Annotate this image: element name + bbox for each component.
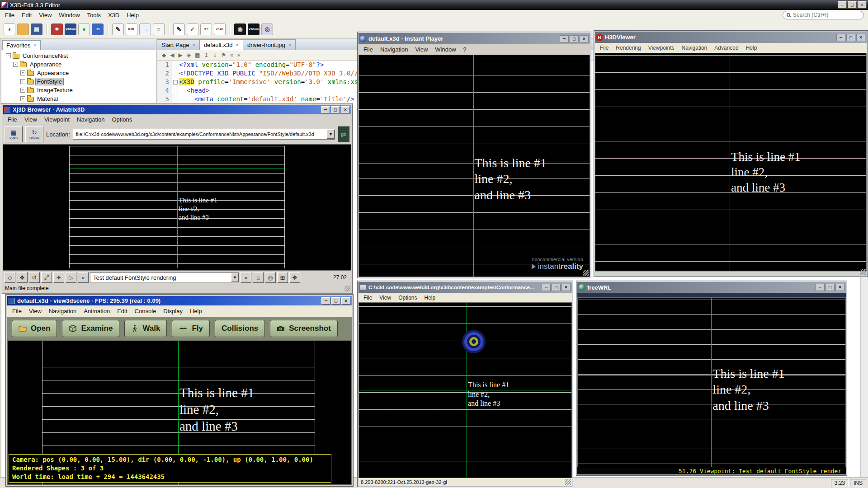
minimize-button[interactable]: – (321, 297, 330, 305)
validate-edit-icon[interactable]: ✎ (173, 23, 185, 35)
menu-item-display[interactable]: Display (160, 306, 186, 316)
restore-button[interactable]: □ (848, 1, 857, 9)
search-input[interactable]: Search (Ctrl+I) (783, 11, 864, 19)
menu-item-options[interactable]: Options (395, 293, 420, 302)
menu-item-navigation[interactable]: Navigation (377, 45, 411, 54)
fold-icon[interactable]: − (173, 80, 178, 84)
tree-item-fontstyle[interactable]: +FontStyle (1, 77, 156, 86)
x3dedit-titlebar[interactable]: X3D-Edit 3.3 Editor – □ × (0, 0, 868, 10)
next-occurrence-icon[interactable]: ↧ (212, 52, 217, 58)
minimize-panel-icon[interactable]: – (147, 42, 155, 47)
maximize-button[interactable]: □ (826, 284, 835, 291)
menu-item-view[interactable]: View (25, 306, 45, 316)
back-icon[interactable]: ◀ (170, 52, 174, 58)
menu-item-help[interactable]: Help (421, 293, 439, 302)
menu-item-navigation[interactable]: Navigation (678, 43, 711, 52)
launch-sphere-viewer-icon[interactable]: ● (78, 23, 90, 35)
previous-occurrence-icon[interactable]: ↥ (204, 52, 208, 58)
glconsole-titlebar[interactable]: C:\x3d-code\www.web3d.org\x3d\content\ex… (359, 282, 572, 293)
zoom-mode-button[interactable]: ⤢ (41, 272, 52, 283)
last-edit-position-icon[interactable]: ◆ (162, 52, 166, 58)
menu-item-edit[interactable]: Edit (113, 306, 131, 316)
expander-icon[interactable]: + (20, 96, 25, 101)
c14n-icon[interactable]: c14n (214, 23, 226, 35)
close-button[interactable]: × (858, 1, 867, 9)
viewpoint-dropdown-icon[interactable]: ▼ (231, 273, 239, 282)
editor-tab-start-page[interactable]: Start Page× (157, 39, 200, 50)
close-button[interactable]: × (341, 106, 350, 113)
editor-tab-driver-front-jpg[interactable]: driver-front.jpg× (243, 39, 296, 50)
menu-item-view[interactable]: View (411, 45, 431, 54)
resize-grip[interactable] (860, 269, 866, 275)
open-button[interactable]: Open (12, 320, 57, 337)
maximize-button[interactable]: □ (846, 34, 855, 41)
menu-item-navigation[interactable]: Navigation (73, 115, 108, 124)
shift-right-icon[interactable]: » (237, 52, 241, 58)
menu-item-file[interactable]: File (360, 45, 377, 54)
menu-item-help[interactable]: Help (186, 306, 206, 316)
minimize-button[interactable]: – (542, 284, 551, 291)
launch-browser-icon[interactable]: → (139, 23, 151, 35)
menu-item-view[interactable]: View (376, 293, 395, 302)
quality-assurance-icon[interactable]: ◎ (261, 23, 273, 35)
editor-tab-default-x3d[interactable]: default.x3d× (200, 39, 243, 50)
go-button[interactable]: go (338, 126, 349, 142)
xj3d-3d-viewport[interactable]: This is line #1 line #2, and line #3 (3, 144, 351, 271)
maximize-button[interactable]: □ (331, 297, 340, 305)
menu-item-file[interactable]: File (360, 293, 376, 302)
menu-item-view[interactable]: View (21, 115, 41, 124)
find-selection-icon[interactable]: ◈ (187, 52, 191, 58)
menu-item-window[interactable]: Window (431, 45, 459, 54)
validate-check-icon[interactable]: ✓ (187, 23, 198, 35)
menu-item-navigation[interactable]: Navigation (45, 306, 80, 316)
tree-item-conformancenist[interactable]: -ConformanceNist (1, 52, 156, 60)
fit-world-button[interactable]: ⊞ (277, 272, 288, 283)
play-button[interactable]: ▷ (66, 272, 76, 283)
edit-xml-icon[interactable]: ✎ (112, 23, 124, 35)
pan-tilt-button[interactable]: ✥ (289, 272, 300, 283)
viewpoint-combobox[interactable]: Test default FontStyle rendering ▼ (90, 272, 239, 282)
favorites-tab[interactable]: Favorites × (2, 40, 41, 50)
expander-icon[interactable]: + (20, 88, 25, 93)
close-button[interactable]: × (561, 284, 571, 291)
resize-grip[interactable] (565, 479, 571, 485)
reload-button[interactable]: ↻reload (25, 126, 43, 142)
x3dom-dark-icon[interactable]: x3dom (248, 23, 259, 35)
fly-mode-button[interactable]: ✈ (53, 272, 64, 283)
capture-scene-icon[interactable]: ◉ (234, 23, 246, 35)
pretty-print-icon[interactable]: ≡ (153, 23, 165, 35)
toggle-bookmark-icon[interactable]: ⚑ (221, 52, 226, 58)
menu-item-window[interactable]: Window (55, 10, 83, 20)
fly-button[interactable]: Fly (172, 320, 210, 337)
maximize-button[interactable]: □ (552, 284, 561, 291)
menu-item-viewpoints[interactable]: Viewpoints (645, 43, 678, 52)
menu-item-advanced[interactable]: Advanced (711, 43, 742, 52)
favorites-tab-close-icon[interactable]: × (33, 43, 36, 48)
menu-item-file[interactable]: File (4, 115, 21, 124)
menu-item-view[interactable]: View (35, 10, 55, 20)
examine-button[interactable]: Examine (62, 320, 119, 337)
new-file-icon[interactable]: + (4, 23, 15, 35)
menu-item-help[interactable]: Help (123, 10, 142, 20)
minimize-button[interactable]: – (560, 35, 569, 42)
freewrl-titlebar[interactable]: freeWRL – □ × (577, 282, 846, 293)
glconsole-3d-viewport[interactable]: This is line #1 line #2, and line #3 (359, 302, 572, 478)
menu-item-rendering[interactable]: Rendering (612, 43, 644, 52)
minimize-button[interactable]: – (321, 106, 330, 113)
tab-close-icon[interactable]: × (236, 42, 238, 47)
look-at-button[interactable]: ◎ (265, 272, 276, 283)
next-viewpoint-button[interactable]: » (241, 272, 251, 283)
highlight-search-icon[interactable]: ▦ (195, 52, 200, 58)
forward-icon[interactable]: ▶ (178, 52, 182, 58)
launch-xj3d-icon[interactable]: ✶ (51, 23, 63, 35)
launch-x3dom-icon[interactable]: x3dom (65, 23, 76, 35)
menu-item-console[interactable]: Console (131, 306, 160, 316)
tab-close-icon[interactable]: × (192, 42, 195, 47)
tab-close-icon[interactable]: × (288, 42, 291, 47)
maximize-button[interactable]: □ (331, 106, 340, 113)
open-button[interactable]: ▦open (5, 126, 23, 142)
tree-item-appearance[interactable]: +Appearance (1, 69, 156, 77)
screenshot-button[interactable]: Screenshot (270, 320, 338, 337)
close-button[interactable]: × (856, 34, 865, 41)
close-button[interactable]: × (341, 297, 350, 305)
